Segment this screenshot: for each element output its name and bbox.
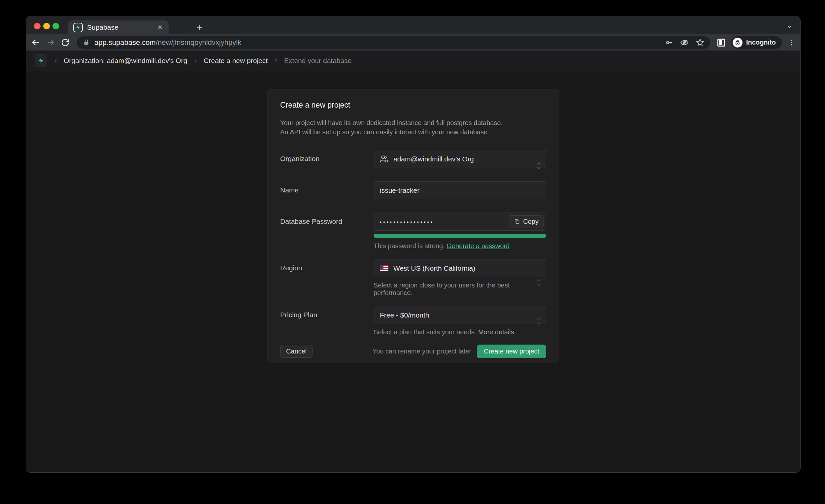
page-title: Create a new project [280,101,546,110]
name-input[interactable] [374,181,546,199]
supabase-logo-icon[interactable] [34,55,47,67]
password-strength-text: This password is strong. [374,242,445,249]
select-chevrons-icon [536,161,542,170]
chevron-right-icon [53,58,58,63]
breadcrumb-extend-database[interactable]: Extend your database [284,57,352,65]
organization-row: Organization adam@windmill.dev's Org [268,150,559,181]
password-key-icon[interactable] [665,39,673,47]
tab-strip: Supabase [26,16,800,34]
pricing-plan-value: Free - $0/month [380,311,429,319]
new-tab-button[interactable] [195,23,204,32]
name-row: Name [268,181,559,213]
pricing-plan-hint-text: Select a plan that suits your needs. [374,329,476,336]
lock-icon [83,39,90,46]
region-select[interactable]: West US (North California) [374,259,546,277]
screenshot-stage: Supabase [0,0,825,504]
copy-icon [514,218,520,225]
supabase-favicon-icon [73,23,83,32]
organization-label: Organization [280,150,374,181]
card-description: Your project will have its own dedicated… [280,118,546,137]
region-hint: Select a region close to your users for … [374,282,546,297]
us-flag-icon [380,265,388,271]
password-strength-bar [374,234,546,238]
generate-password-link[interactable]: Generate a password [447,242,510,249]
select-chevrons-icon [536,317,542,326]
chevron-right-icon [273,58,279,63]
breadcrumb-create-project[interactable]: Create a new project [204,57,268,65]
card-description-line2: An API will be set up so you can easily … [280,127,546,137]
password-label: Database Password [280,213,374,259]
organization-value: adam@windmill.dev's Org [393,155,474,163]
password-strength-fill [374,234,546,238]
bookmark-star-icon[interactable] [696,38,704,47]
copy-label: Copy [523,218,538,225]
url-text: app.supabase.com/new/jfnsmqoynldvxjyhpyl… [94,38,660,47]
address-bar[interactable]: app.supabase.com/new/jfnsmqoynldvxjyhpyl… [77,36,710,49]
incognito-avatar-icon [733,38,743,48]
cancel-button[interactable]: Cancel [280,345,312,358]
card-footer: Cancel You can rename your project later… [268,345,559,358]
browser-toolbar: app.supabase.com/new/jfnsmqoynldvxjyhpyl… [26,34,800,51]
password-hint: This password is strong. Generate a pass… [374,242,546,250]
password-hidden-eye-icon[interactable] [680,38,689,47]
url-path: /new/jfnsmqoynldvxjyhpylk [156,38,241,47]
rename-note: You can rename your project later [373,348,471,355]
select-chevrons-icon [536,278,542,287]
pricing-plan-select[interactable]: Free - $0/month [374,306,546,324]
window-controls [34,23,59,29]
incognito-badge: Incognito [731,36,782,49]
page-content: Create a new project Your project will h… [26,71,800,473]
pricing-plan-row: Pricing Plan Free - $0/month Select a pl… [268,306,559,336]
more-details-link[interactable]: More details [478,329,514,336]
url-domain: app.supabase.com [94,38,156,47]
close-window-button[interactable] [34,23,41,29]
organization-select[interactable]: adam@windmill.dev's Org [374,150,546,168]
chevron-right-icon [193,58,198,63]
region-row: Region West US (North California) Select… [268,259,559,306]
omnibox-action-icons [665,38,704,47]
incognito-label: Incognito [746,39,776,46]
region-label: Region [280,259,374,306]
name-label: Name [280,181,374,213]
zoom-window-button[interactable] [53,23,59,29]
reload-button[interactable] [61,38,70,47]
minimize-window-button[interactable] [43,23,50,29]
side-panel-icon[interactable] [718,39,725,47]
browser-window: Supabase [26,16,801,473]
breadcrumb-organization[interactable]: Organization: adam@windmill.dev's Org [64,57,187,65]
password-masked-value: •••••••••••••••• [380,218,434,225]
forward-button[interactable] [46,38,55,47]
card-header: Create a new project Your project will h… [268,101,559,137]
create-new-project-button[interactable]: Create new project [477,345,546,358]
users-icon [380,155,388,163]
create-project-form: Organization adam@windmill.dev's Org [268,150,559,336]
region-value: West US (North California) [393,264,475,272]
tab-search-chevron-icon[interactable] [786,23,793,30]
create-project-card: Create a new project Your project will h… [267,89,559,363]
breadcrumb: Organization: adam@windmill.dev's Org Cr… [26,51,800,71]
back-button[interactable] [31,38,40,47]
tab-close-icon[interactable] [157,24,163,31]
password-row: Database Password •••••••••••••••• Copy [268,213,559,259]
copy-password-button[interactable]: Copy [509,215,543,228]
pricing-plan-label: Pricing Plan [280,306,374,336]
card-description-line1: Your project will have its own dedicated… [280,118,546,127]
pricing-plan-hint: Select a plan that suits your needs. Mor… [374,329,546,336]
browser-tab-supabase[interactable]: Supabase [68,20,169,34]
browser-menu-icon[interactable] [788,39,795,46]
tab-title: Supabase [87,23,152,31]
